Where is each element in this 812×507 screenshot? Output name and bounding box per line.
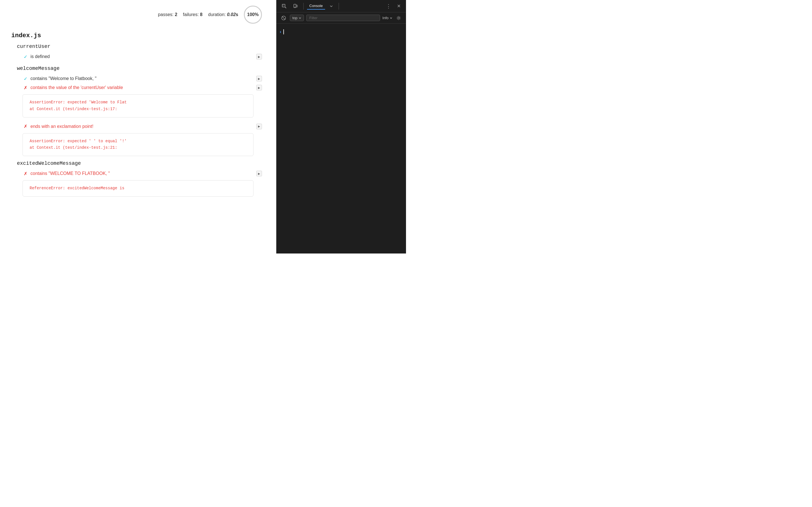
toolbar-divider	[303, 3, 304, 10]
expand-button[interactable]: ▶	[256, 54, 262, 59]
tab-console[interactable]: Console	[307, 3, 325, 10]
error-box: ReferenceError: excitedWelcomeMessage is	[22, 180, 253, 196]
test-label: is defined	[31, 54, 50, 59]
test-label-fail: contains the value of the 'currentUser' …	[31, 85, 123, 90]
svg-rect-3	[296, 5, 297, 7]
console-settings-button[interactable]	[395, 14, 403, 22]
test-label: contains "Welcome to Flatbook, "	[31, 76, 96, 81]
failures-value: 8	[200, 12, 202, 17]
log-level-value: Info	[382, 16, 389, 20]
error-text-line1: AssertionError: expected 'Welcome to Fla…	[30, 99, 246, 106]
console-toolbar: top Info	[276, 12, 406, 24]
failures-label: failures:	[183, 12, 199, 17]
prompt-cursor	[283, 29, 284, 34]
error-text-line2: at Context.it (test/index-test.js:17:	[30, 106, 246, 113]
test-item: ✗ contains the value of the 'currentUser…	[22, 83, 265, 92]
prompt-arrow-icon: ›	[280, 29, 281, 34]
failures-stat: failures: 8	[183, 12, 202, 17]
error-box: AssertionError: expected ' ' to equal '!…	[22, 133, 253, 156]
passes-value: 2	[175, 12, 177, 17]
stats-bar: passes: 2 failures: 8 duration: 0.02s 10…	[11, 6, 265, 24]
subsection-currentuser: currentUser ✓ is defined ▶	[11, 44, 265, 61]
subsection-excitedwelcomemessage: excitedWelcomeMessage ✗ contains "WELCOM…	[11, 161, 265, 196]
svg-point-7	[398, 17, 400, 19]
error-text-line1: ReferenceError: excitedWelcomeMessage is	[30, 185, 246, 192]
fail-icon: ✗	[22, 85, 28, 91]
devtools-close-button[interactable]: ✕	[395, 2, 403, 10]
section-indexjs: index.js currentUser ✓ is defined ▶ welc…	[11, 32, 265, 196]
console-content: ›	[276, 24, 406, 253]
expand-button[interactable]: ▶	[256, 171, 262, 176]
expand-button[interactable]: ▶	[256, 85, 262, 91]
svg-line-6	[282, 16, 285, 19]
subsection-welcomemessage: welcomeMessage ✓ contains "Welcome to Fl…	[11, 66, 265, 156]
percentage-circle: 100%	[244, 6, 262, 24]
context-selector[interactable]: top	[290, 15, 304, 21]
test-item: ✓ contains "Welcome to Flatbook, " ▶	[22, 74, 265, 83]
svg-line-1	[285, 7, 286, 8]
devtools-panel: Console ⋮ ✕ top Info	[276, 0, 406, 253]
subsection-title-welcomemessage: welcomeMessage	[17, 66, 265, 71]
fail-icon: ✗	[22, 171, 28, 176]
log-level-selector[interactable]: Info	[382, 16, 393, 20]
console-prompt[interactable]: ›	[280, 29, 403, 34]
expand-button[interactable]: ▶	[256, 76, 262, 81]
clear-console-button[interactable]	[280, 14, 288, 22]
duration-value: 0.02s	[227, 12, 238, 17]
toolbar-divider-2	[339, 3, 339, 10]
test-label-fail: contains "WELCOME TO FLATBOOK, "	[31, 171, 110, 176]
test-item: ✓ is defined ▶	[22, 52, 265, 61]
duration-stat: duration: 0.02s	[208, 12, 238, 17]
test-label-fail: ends with an exclamation point!	[31, 124, 93, 129]
error-box: AssertionError: expected 'Welcome to Fla…	[22, 94, 253, 117]
device-toolbar-button[interactable]	[291, 2, 300, 11]
fail-icon: ✗	[22, 124, 28, 129]
more-tabs-button[interactable]	[327, 2, 335, 10]
svg-rect-0	[282, 4, 285, 7]
error-text-line2: at Context.it (test/index-test.js:21:	[30, 145, 246, 151]
subsection-title-excitedwelcomemessage: excitedWelcomeMessage	[17, 161, 265, 166]
pass-icon: ✓	[22, 54, 28, 59]
passes-label: passes:	[158, 12, 173, 17]
error-text-line1: AssertionError: expected ' ' to equal '!…	[30, 138, 246, 145]
duration-label: duration:	[208, 12, 225, 17]
filter-input[interactable]	[306, 15, 380, 21]
section-title-indexjs: index.js	[11, 32, 265, 39]
devtools-toolbar: Console ⋮ ✕	[276, 0, 406, 12]
test-item: ✗ contains "WELCOME TO FLATBOOK, " ▶	[22, 169, 265, 178]
subsection-title-currentuser: currentUser	[17, 44, 265, 49]
passes-stat: passes: 2	[158, 12, 177, 17]
inspect-element-button[interactable]	[280, 2, 289, 11]
pass-icon: ✓	[22, 76, 28, 81]
devtools-menu-button[interactable]: ⋮	[385, 2, 393, 10]
test-item: ✗ ends with an exclamation point! ▶	[22, 122, 265, 131]
test-results-panel: passes: 2 failures: 8 duration: 0.02s 10…	[0, 0, 276, 253]
context-value: top	[292, 16, 297, 20]
expand-button[interactable]: ▶	[256, 124, 262, 129]
